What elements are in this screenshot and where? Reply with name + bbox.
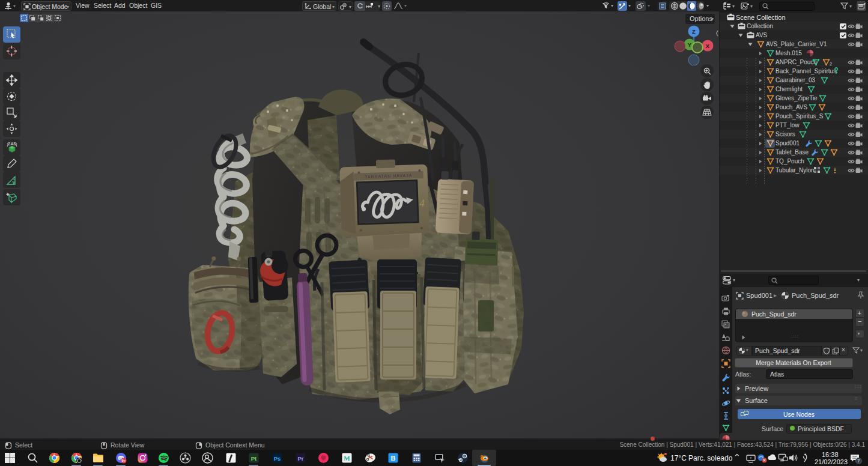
svg-text:X: X — [706, 43, 710, 49]
svg-text:9+: 9+ — [121, 459, 126, 462]
svg-text:Pt: Pt — [250, 455, 256, 462]
svg-text:Pr: Pr — [297, 455, 303, 462]
svg-text:M: M — [344, 455, 350, 462]
svg-text:B: B — [390, 455, 395, 462]
svg-text:Ps: Ps — [273, 455, 281, 462]
svg-text:Z: Z — [692, 28, 696, 35]
svg-text:Y: Y — [688, 41, 692, 48]
svg-text:4: 4 — [419, 198, 425, 209]
